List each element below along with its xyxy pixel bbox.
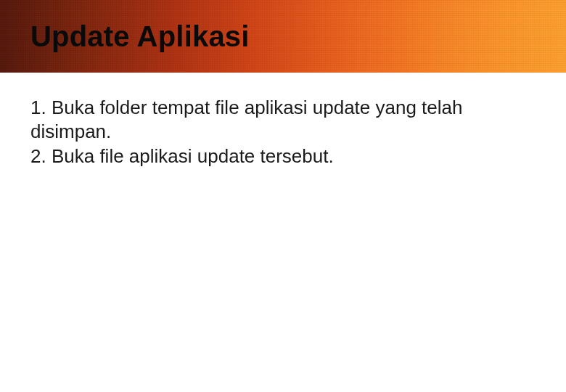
slide-header: Update Aplikasi: [0, 0, 566, 73]
slide: Update Aplikasi 1. Buka folder tempat fi…: [0, 0, 566, 392]
slide-body: 1. Buka folder tempat file aplikasi upda…: [0, 73, 566, 392]
slide-title: Update Aplikasi: [30, 20, 250, 53]
list-item: 1. Buka folder tempat file aplikasi upda…: [30, 96, 536, 143]
list-item: 2. Buka file aplikasi update tersebut.: [30, 144, 536, 168]
